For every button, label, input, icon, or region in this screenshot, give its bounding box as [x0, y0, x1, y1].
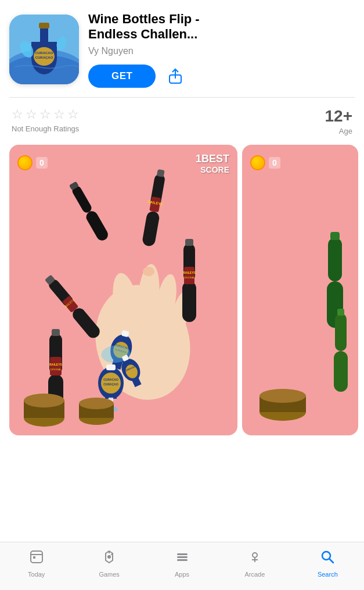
main-content: CURACAO CURAÇAO Wine Bottles Flip - Endl… — [0, 0, 364, 484]
app-developer: Vy Nguyen — [88, 46, 355, 56]
age-info: 12+ Age — [325, 107, 353, 135]
screenshot-1: 0 1BEST SCORE — [9, 145, 237, 435]
ratings-left: ☆ ☆ ☆ ☆ ☆ Not Enough Ratings — [12, 107, 79, 133]
svg-point-73 — [79, 398, 114, 409]
svg-text:CURACAO: CURACAO — [35, 51, 53, 55]
tab-apps-label: Apps — [175, 571, 189, 578]
svg-point-19 — [143, 267, 154, 276]
star-4: ☆ — [53, 107, 65, 122]
ratings-label: Not Enough Ratings — [12, 124, 79, 133]
get-button[interactable]: GET — [88, 65, 156, 88]
search-icon — [320, 549, 335, 568]
svg-rect-30 — [185, 239, 193, 246]
svg-text:ORIGINAL: ORIGINAL — [50, 368, 62, 371]
svg-line-96 — [330, 559, 334, 563]
bottles-scene-1: BAILEYS BAILEYS ORIGINAL — [9, 168, 237, 430]
age-value: 12+ — [325, 107, 353, 126]
svg-rect-89 — [177, 553, 188, 555]
svg-text:BAILEYS: BAILEYS — [49, 363, 62, 366]
svg-point-82 — [260, 389, 306, 403]
svg-rect-56 — [50, 357, 62, 376]
svg-rect-77 — [335, 313, 347, 351]
svg-rect-24 — [142, 210, 160, 247]
star-3: ☆ — [39, 107, 51, 122]
tab-bar: Today Games Apps — [0, 542, 364, 590]
stars-row: ☆ ☆ ☆ ☆ ☆ — [12, 107, 79, 122]
svg-rect-83 — [31, 551, 42, 563]
svg-rect-74 — [328, 238, 342, 281]
tab-search[interactable]: Search — [291, 547, 364, 578]
tab-today-label: Today — [28, 571, 45, 578]
app-icon: CURACAO CURAÇAO — [9, 15, 79, 84]
svg-point-86 — [107, 555, 111, 559]
best-score-label: 1BEST — [196, 153, 229, 165]
star-2: ☆ — [26, 107, 37, 122]
svg-point-70 — [24, 394, 64, 407]
svg-text:CURAÇAO: CURAÇAO — [103, 382, 118, 386]
svg-rect-25 — [157, 169, 165, 177]
svg-rect-6 — [39, 23, 49, 28]
app-actions: GET — [88, 65, 355, 88]
app-icon-graphic: CURACAO CURAÇAO — [9, 15, 79, 84]
tab-arcade[interactable]: Arcade — [218, 547, 291, 578]
games-icon — [102, 549, 117, 568]
svg-rect-79 — [337, 309, 344, 316]
share-button[interactable] — [165, 66, 186, 87]
ratings-section: ☆ ☆ ☆ ☆ ☆ Not Enough Ratings 12+ Age — [0, 98, 364, 145]
svg-rect-90 — [177, 556, 188, 558]
svg-point-92 — [253, 553, 257, 557]
svg-text:CURAÇAO: CURAÇAO — [35, 56, 53, 59]
svg-text:BAILEYS: BAILEYS — [183, 271, 196, 274]
svg-rect-85 — [33, 556, 35, 559]
star-5: ☆ — [67, 107, 79, 122]
screenshot-2-content: 0 — [242, 145, 358, 435]
svg-text:CURACAO: CURACAO — [103, 378, 118, 381]
app-header: CURACAO CURAÇAO Wine Bottles Flip - Endl… — [0, 0, 364, 97]
share-icon — [167, 68, 183, 84]
arcade-icon — [247, 549, 262, 568]
tab-apps[interactable]: Apps — [146, 547, 218, 578]
age-label: Age — [339, 127, 352, 135]
svg-rect-62 — [106, 364, 116, 370]
svg-rect-55 — [52, 329, 60, 336]
apps-icon — [175, 549, 190, 568]
app-info: Wine Bottles Flip - Endless Challen... V… — [88, 12, 355, 88]
today-icon — [29, 549, 44, 568]
tab-today[interactable]: Today — [0, 547, 73, 578]
star-1: ☆ — [12, 107, 23, 122]
svg-rect-78 — [334, 351, 348, 392]
svg-rect-76 — [330, 232, 340, 240]
svg-rect-31 — [184, 267, 194, 284]
bottles-scene-2 — [242, 168, 358, 430]
app-title: Wine Bottles Flip - Endless Challen... — [88, 12, 355, 42]
svg-rect-5 — [40, 26, 48, 44]
svg-rect-21 — [84, 209, 110, 242]
tab-arcade-label: Arcade — [244, 571, 265, 578]
svg-rect-29 — [182, 281, 196, 322]
tab-games[interactable]: Games — [73, 547, 145, 578]
svg-rect-91 — [177, 559, 188, 561]
screenshots-container: 0 1BEST SCORE — [0, 145, 364, 435]
score-display-1: 0 — [36, 157, 48, 169]
svg-text:ORIGINAL: ORIGINAL — [183, 276, 195, 279]
tab-search-label: Search — [318, 571, 338, 578]
screenshot-2: 0 — [242, 145, 358, 435]
score-display-2: 0 — [269, 157, 280, 169]
tab-games-label: Games — [99, 571, 119, 578]
screenshot-1-content: 0 1BEST SCORE — [9, 145, 237, 435]
